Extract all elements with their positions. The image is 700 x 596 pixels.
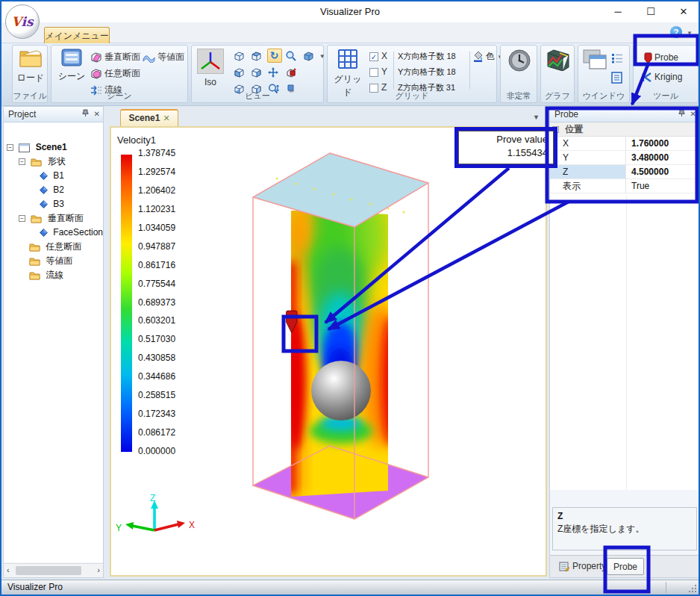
axis-y-label: Y — [116, 523, 122, 533]
view-cube-icon[interactable] — [249, 49, 264, 63]
vertical-section-button[interactable]: 垂直断面 — [90, 49, 140, 65]
window-layout-button[interactable] — [581, 49, 608, 73]
folder-icon — [29, 243, 40, 252]
view-cube-icon[interactable] — [249, 65, 264, 79]
property-row-y[interactable]: Y 3.480000 — [550, 151, 699, 165]
help-dropdown-icon[interactable]: ▼ — [687, 30, 693, 37]
property-description-text: Z座標を指定します。 — [557, 523, 692, 536]
scroll-right-icon[interactable]: › — [97, 565, 100, 574]
scene-viewport[interactable]: Z Y X z Velocity1 1.378745 1.292574 1.20… — [110, 126, 547, 577]
property-grid-empty — [550, 195, 699, 490]
tree-item-scene1[interactable]: − Scene1 — [4, 140, 103, 155]
document-tab-strip: Scene1✕ ▼ — [110, 107, 547, 126]
block-icon — [40, 172, 48, 180]
sphere-object — [311, 361, 371, 420]
close-button[interactable]: ✕ — [667, 1, 700, 22]
help-icon[interactable]: ? — [670, 26, 682, 38]
rotate-object-button[interactable] — [284, 65, 299, 79]
folder-icon — [19, 49, 43, 68]
app-logo[interactable]: Vis — [5, 4, 40, 39]
axis-x-label: X — [189, 520, 195, 530]
property-row-z[interactable]: Z 4.500000 — [550, 165, 699, 179]
resize-grip[interactable] — [687, 583, 696, 592]
view-cube-menu-button[interactable] — [301, 49, 316, 63]
checkbox-icon — [369, 68, 378, 77]
group-label-transient: 非定常 — [501, 90, 537, 102]
arbitrary-section-button[interactable]: 任意断面 — [90, 66, 140, 81]
property-description-title: Z — [557, 511, 692, 521]
view-cube-icon[interactable] — [232, 49, 247, 63]
ribbon: ロード ファイル シーン 垂直断面 — [1, 43, 699, 106]
probe-panel-header: Probe ✕ — [550, 107, 699, 122]
scene-icon — [61, 49, 82, 66]
rotate-view-button[interactable]: ↻ — [267, 49, 282, 63]
scene-button[interactable]: シーン — [54, 49, 89, 83]
pin-icon[interactable] — [678, 110, 685, 118]
tree-item-b1[interactable]: B1 — [4, 169, 103, 183]
tree-item-b3[interactable]: B3 — [4, 197, 103, 211]
tab-main-menu[interactable]: メインメニュー — [44, 27, 110, 44]
panel-tab-bar: Property Probe — [550, 555, 699, 577]
close-panel-icon[interactable]: ✕ — [690, 110, 696, 118]
tab-probe[interactable]: Probe — [607, 558, 644, 575]
scroll-left-icon[interactable]: ‹ — [7, 565, 10, 574]
clock-icon — [507, 49, 531, 72]
window-doc-button[interactable] — [611, 69, 625, 85]
horizontal-scrollbar[interactable]: ‹ › — [4, 563, 103, 577]
collapse-icon[interactable]: − — [19, 158, 25, 165]
ribbon-group-scene: シーン 垂直断面 等値面 任意断面 — [51, 45, 188, 103]
grid-x-count: X方向格子数 18 — [398, 49, 456, 64]
grid-icon — [337, 49, 358, 69]
load-button[interactable]: ロード — [13, 49, 48, 84]
scrollbar-thumb[interactable] — [16, 566, 81, 575]
window-list-icon — [611, 53, 623, 63]
scene-node-icon — [19, 143, 30, 152]
legend-title: Velocity1 — [117, 134, 156, 146]
maximize-button[interactable]: ☐ — [634, 1, 667, 22]
collapse-icon[interactable]: − — [7, 144, 13, 151]
tree-item-b2[interactable]: B2 — [4, 183, 103, 197]
checkbox-checked-icon: ✓ — [369, 52, 378, 61]
tab-property[interactable]: Property — [553, 558, 612, 575]
tree-item-vertical-section[interactable]: − 垂直断面 — [4, 211, 103, 226]
project-tree: − Scene1 − 形状 B1 B2 B3 − — [4, 122, 103, 562]
ribbon-group-transient: 非定常 — [500, 45, 537, 103]
kriging-button[interactable]: Kriging — [641, 69, 682, 85]
axis-triad — [125, 500, 185, 530]
view-dropdown-icon[interactable]: ▼ — [319, 53, 325, 60]
zoom-select-button[interactable] — [284, 49, 299, 63]
isosurface-button[interactable]: 等値面 — [143, 49, 184, 65]
tree-item-shape[interactable]: − 形状 — [4, 155, 103, 169]
group-label-windows: ウインドウ — [578, 90, 629, 102]
collapse-icon[interactable]: − — [19, 215, 25, 222]
tree-item-arbitrary-section[interactable]: 任意断面 — [4, 240, 103, 254]
pan-view-button[interactable] — [267, 65, 282, 79]
property-group-position[interactable]: − 位置 — [550, 122, 699, 137]
grid-color-button[interactable]: 色 ▼ — [472, 49, 503, 64]
probe-button[interactable]: Probe — [644, 50, 678, 66]
minimize-button[interactable]: ─ — [601, 1, 634, 22]
grid-x-checkbox[interactable]: ✓X — [369, 49, 387, 64]
iso-view-button[interactable]: Iso — [195, 49, 226, 87]
close-panel-icon[interactable]: ✕ — [94, 110, 100, 118]
group-label-tools: ツール — [634, 90, 698, 102]
tree-item-streamline[interactable]: 流線 — [4, 268, 103, 282]
grid-y-checkbox[interactable]: Y — [369, 64, 387, 80]
group-label-scene: シーン — [51, 90, 187, 102]
window-list-button[interactable] — [611, 50, 625, 66]
view-cube-icon[interactable] — [232, 65, 247, 79]
axis-z-label: Z — [150, 493, 155, 503]
panel-splitter[interactable] — [104, 106, 110, 578]
tab-scene1[interactable]: Scene1✕ — [120, 109, 178, 126]
property-row-display[interactable]: 表示 True — [550, 179, 699, 193]
property-row-x[interactable]: X 1.760000 — [550, 137, 699, 151]
tab-list-dropdown-icon[interactable]: ▼ — [533, 114, 540, 121]
group-label-grid: グリッド — [328, 90, 496, 102]
pin-icon[interactable] — [82, 110, 89, 118]
graph-button[interactable] — [541, 49, 575, 73]
tree-item-face-section[interactable]: FaceSection — [4, 226, 103, 240]
probe-panel: Probe ✕ − 位置 X 1.760000 Y 3.480000 Z 4.5… — [549, 106, 700, 578]
transient-button[interactable] — [502, 49, 537, 75]
tree-item-isosurface[interactable]: 等値面 — [4, 254, 103, 268]
tab-close-icon[interactable]: ✕ — [163, 114, 169, 122]
